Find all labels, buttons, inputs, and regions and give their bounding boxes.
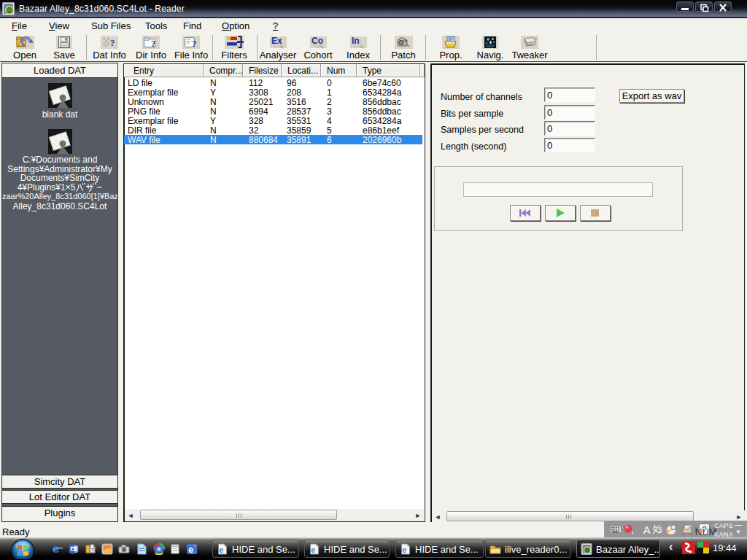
svg-text:e: e bbox=[188, 545, 193, 555]
svg-text:Ex: Ex bbox=[271, 36, 282, 46]
svg-text:?: ? bbox=[151, 38, 156, 49]
svg-text:e: e bbox=[402, 545, 406, 554]
svg-text:?: ? bbox=[192, 38, 197, 49]
svg-text:?: ? bbox=[110, 37, 115, 48]
svg-text:Co: Co bbox=[311, 36, 323, 46]
svg-text:In: In bbox=[352, 36, 360, 46]
svg-text:e: e bbox=[311, 545, 315, 554]
svg-text:e: e bbox=[219, 545, 223, 554]
